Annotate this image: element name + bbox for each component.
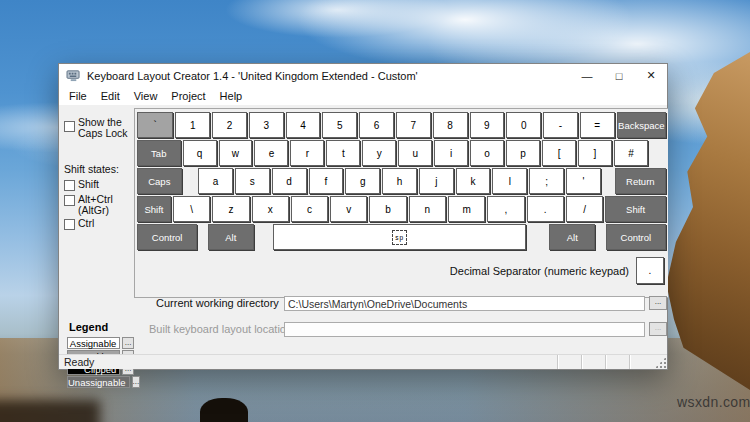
checkbox-label: Ctrl bbox=[78, 218, 94, 229]
status-panel bbox=[605, 355, 629, 369]
legend-item-assignable: Assignable... bbox=[67, 337, 134, 349]
legend-item-unassignable: Unassignable... bbox=[67, 376, 134, 388]
cwd-browse-button[interactable]: ... bbox=[649, 296, 667, 310]
key-d[interactable]: d bbox=[272, 168, 307, 194]
key-h[interactable]: h bbox=[382, 168, 417, 194]
key-l[interactable]: l bbox=[492, 168, 527, 194]
key-8[interactable]: 8 bbox=[433, 112, 468, 138]
window-title: Keyboard Layout Creator 1.4 - 'United Ki… bbox=[87, 70, 418, 82]
key-o[interactable]: o bbox=[470, 140, 504, 166]
key-6[interactable]: 6 bbox=[359, 112, 394, 138]
key-`[interactable]: ` bbox=[137, 112, 173, 138]
key-Control[interactable]: Control bbox=[137, 224, 197, 250]
key-Backspace[interactable]: Backspace bbox=[617, 112, 667, 138]
key-7[interactable]: 7 bbox=[396, 112, 431, 138]
minimize-icon[interactable]: — bbox=[571, 64, 603, 87]
key-m[interactable]: m bbox=[448, 196, 485, 222]
checkbox[interactable] bbox=[64, 180, 75, 191]
key-gap bbox=[650, 140, 666, 166]
key-n[interactable]: n bbox=[409, 196, 446, 222]
key-gap bbox=[597, 224, 604, 250]
key-r[interactable]: r bbox=[290, 140, 324, 166]
menu-edit[interactable]: Edit bbox=[94, 89, 127, 103]
menu-project[interactable]: Project bbox=[164, 89, 212, 103]
cwd-field[interactable] bbox=[284, 296, 645, 311]
key-'[interactable]: ' bbox=[566, 168, 601, 194]
key-b[interactable]: b bbox=[369, 196, 406, 222]
key-u[interactable]: u bbox=[398, 140, 432, 166]
key-f[interactable]: f bbox=[309, 168, 344, 194]
key-5[interactable]: 5 bbox=[322, 112, 357, 138]
shift-state-option[interactable]: Ctrl bbox=[64, 218, 134, 230]
key-2[interactable]: 2 bbox=[212, 112, 247, 138]
key-c[interactable]: c bbox=[291, 196, 328, 222]
key-Caps[interactable]: Caps bbox=[137, 168, 182, 194]
key-0[interactable]: 0 bbox=[506, 112, 541, 138]
key-3[interactable]: 3 bbox=[249, 112, 284, 138]
key-Shift[interactable]: Shift bbox=[137, 196, 171, 222]
key-/[interactable]: / bbox=[566, 196, 603, 222]
keyboard-row: Shift\zxcvbnm,./Shift bbox=[137, 196, 666, 222]
key-z[interactable]: z bbox=[212, 196, 249, 222]
menu-view[interactable]: View bbox=[127, 89, 165, 103]
checkbox[interactable] bbox=[64, 195, 75, 206]
key-a[interactable]: a bbox=[198, 168, 233, 194]
key-j[interactable]: j bbox=[419, 168, 454, 194]
legend-color-button[interactable]: ... bbox=[122, 337, 134, 349]
key-Return[interactable]: Return bbox=[615, 168, 666, 194]
decimal-separator-key[interactable]: . bbox=[636, 257, 664, 284]
shift-states-list: ShiftAlt+Ctrl (AltGr)Ctrl bbox=[59, 179, 134, 230]
checkbox-label: Alt+Ctrl (AltGr) bbox=[78, 194, 128, 215]
key-v[interactable]: v bbox=[330, 196, 367, 222]
key-s[interactable]: s bbox=[235, 168, 270, 194]
shift-state-option[interactable]: Alt+Ctrl (AltGr) bbox=[64, 194, 134, 215]
key-t[interactable]: t bbox=[326, 140, 360, 166]
keyboard-row: Capsasdfghjkl;'Return bbox=[137, 168, 666, 194]
close-icon[interactable]: ✕ bbox=[635, 64, 667, 87]
key-.[interactable]: . bbox=[527, 196, 564, 222]
key-i[interactable]: i bbox=[434, 140, 468, 166]
key-Alt[interactable]: Alt bbox=[549, 224, 595, 250]
key-y[interactable]: y bbox=[362, 140, 396, 166]
key-4[interactable]: 4 bbox=[286, 112, 321, 138]
key-Shift[interactable]: Shift bbox=[605, 196, 666, 222]
key-\[interactable]: \ bbox=[173, 196, 210, 222]
show-caps-lock-checkbox[interactable] bbox=[64, 121, 75, 132]
key-][interactable]: ] bbox=[578, 140, 612, 166]
key-Control[interactable]: Control bbox=[606, 224, 666, 250]
key-;[interactable]: ; bbox=[529, 168, 564, 194]
key-Alt[interactable]: Alt bbox=[208, 224, 254, 250]
maximize-icon[interactable]: □ bbox=[603, 64, 635, 87]
key-q[interactable]: q bbox=[183, 140, 217, 166]
key-,[interactable]: , bbox=[487, 196, 524, 222]
key-9[interactable]: 9 bbox=[470, 112, 505, 138]
checkbox[interactable] bbox=[64, 219, 75, 230]
key-#[interactable]: # bbox=[614, 140, 648, 166]
watermark-text: wsxdn.com bbox=[677, 394, 750, 410]
key-p[interactable]: p bbox=[506, 140, 540, 166]
key--[interactable]: - bbox=[543, 112, 578, 138]
key-w[interactable]: w bbox=[219, 140, 253, 166]
key-sp[interactable]: sp bbox=[273, 224, 527, 250]
legend-color-button[interactable]: ... bbox=[132, 376, 141, 388]
key-Tab[interactable]: Tab bbox=[137, 140, 181, 166]
show-caps-lock-option[interactable]: Show the Caps Lock bbox=[64, 117, 134, 138]
key-x[interactable]: x bbox=[252, 196, 289, 222]
key-[[interactable]: [ bbox=[542, 140, 576, 166]
status-panel bbox=[557, 355, 581, 369]
key-gap bbox=[184, 168, 196, 194]
key-1[interactable]: 1 bbox=[175, 112, 210, 138]
titlebar[interactable]: Keyboard Layout Creator 1.4 - 'United Ki… bbox=[59, 64, 667, 87]
decimal-separator-label: Decimal Separator (numeric keypad) bbox=[450, 265, 629, 277]
status-bar: Ready bbox=[59, 354, 667, 369]
menu-file[interactable]: File bbox=[62, 89, 94, 103]
key-=[interactable]: = bbox=[580, 112, 615, 138]
resize-grip-icon[interactable] bbox=[655, 357, 666, 368]
key-k[interactable]: k bbox=[456, 168, 491, 194]
key-gap bbox=[603, 168, 613, 194]
key-g[interactable]: g bbox=[345, 168, 380, 194]
shift-state-option[interactable]: Shift bbox=[64, 179, 134, 191]
menu-help[interactable]: Help bbox=[213, 89, 250, 103]
key-e[interactable]: e bbox=[254, 140, 288, 166]
status-panel bbox=[581, 355, 605, 369]
